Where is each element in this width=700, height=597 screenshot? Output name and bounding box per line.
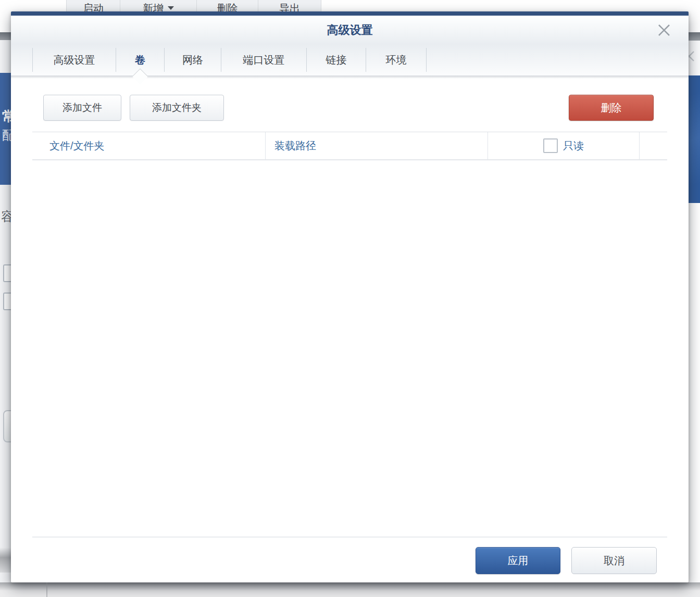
- bg-start-button: 启动: [67, 0, 120, 11]
- column-header-mount-path-label: 装载路径: [274, 139, 316, 153]
- tab-links[interactable]: 链接: [307, 44, 366, 75]
- add-file-label: 添加文件: [63, 101, 102, 115]
- tab-separator: [426, 48, 427, 72]
- tab-label: 端口设置: [243, 53, 285, 67]
- background-bottom: [0, 582, 700, 597]
- tab-label: 链接: [326, 53, 347, 67]
- advanced-settings-dialog: 高级设置 高级设置 卷 网络 端口设置 链接 环境: [11, 11, 689, 582]
- dropdown-caret-icon: [168, 6, 174, 10]
- bg-add-label: 新增: [143, 2, 164, 11]
- close-icon: [656, 22, 672, 38]
- bg-start-label: 启动: [83, 2, 104, 11]
- close-button[interactable]: [656, 22, 672, 38]
- column-header-file[interactable]: 文件/文件夹: [32, 132, 266, 159]
- tab-label: 卷: [135, 53, 145, 67]
- column-header-readonly: 只读: [488, 132, 640, 159]
- readonly-checkbox[interactable]: [543, 138, 558, 153]
- bg-export-label: 导出: [279, 2, 300, 11]
- tab-label: 环境: [386, 53, 407, 67]
- add-folder-label: 添加文件夹: [152, 101, 202, 115]
- bg-panel-text-fragment: 常: [2, 109, 11, 123]
- dialog-header: 高级设置: [11, 16, 689, 44]
- cancel-label: 取消: [604, 554, 624, 568]
- background-bottom-divider: [46, 582, 47, 597]
- bg-close-icon: [689, 49, 696, 63]
- bg-add-button: 新增: [120, 0, 197, 11]
- tab-port-settings[interactable]: 端口设置: [221, 44, 306, 75]
- tab-label: 网络: [182, 53, 203, 67]
- tab-network[interactable]: 网络: [165, 44, 221, 75]
- cancel-button[interactable]: 取消: [571, 547, 657, 574]
- background-right-titlebar: [689, 32, 700, 41]
- bg-delete-label: 删除: [217, 2, 238, 11]
- add-file-button[interactable]: 添加文件: [43, 95, 121, 121]
- tab-divider-line: [11, 75, 689, 79]
- tab-advanced-settings[interactable]: 高级设置: [33, 44, 116, 75]
- bg-left-shadow: [0, 548, 11, 573]
- column-header-file-label: 文件/文件夹: [49, 139, 105, 153]
- dialog-title: 高级设置: [327, 22, 373, 38]
- apply-label: 应用: [508, 554, 529, 568]
- background-right-header: [689, 41, 700, 75]
- apply-button[interactable]: 应用: [476, 547, 560, 574]
- delete-button[interactable]: 删除: [569, 95, 654, 121]
- bg-delete-button: 删除: [197, 0, 258, 11]
- readonly-label: 只读: [563, 139, 584, 153]
- background-right-blue-panel: [689, 75, 700, 203]
- background-toolbar: 启动 新增 删除 导出: [66, 0, 321, 11]
- volume-table-header: 文件/文件夹 装载路径 只读: [32, 132, 667, 160]
- tab-bar: 高级设置 卷 网络 端口设置 链接 环境: [11, 44, 689, 75]
- background-left-titlebar: [0, 32, 11, 40]
- bg-panel-text-fragment: 配: [2, 129, 11, 142]
- footer-divider: [32, 537, 667, 537]
- delete-label: 删除: [601, 101, 622, 115]
- tab-label: 高级设置: [54, 53, 95, 67]
- tab-environment[interactable]: 环境: [366, 44, 426, 75]
- bg-export-button: 导出: [258, 0, 321, 11]
- column-header-mount-path[interactable]: 装载路径: [266, 132, 488, 159]
- screen: 启动 新增 删除 导出 常 配 容 高级设置: [0, 0, 700, 597]
- tabs: 高级设置 卷 网络 端口设置 链接 环境: [32, 44, 427, 75]
- column-header-spacer: [640, 132, 667, 159]
- background-left-blue-panel: 常 配: [0, 73, 11, 185]
- add-folder-button[interactable]: 添加文件夹: [130, 95, 224, 121]
